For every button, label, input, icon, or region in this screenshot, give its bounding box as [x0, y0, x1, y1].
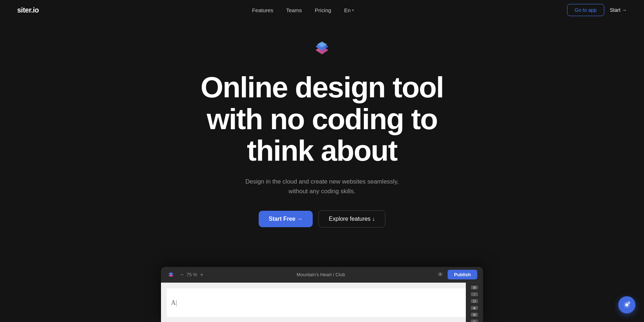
- hero-title: Online design tool with no coding to thi…: [200, 72, 443, 167]
- chat-support-button[interactable]: [618, 296, 635, 313]
- start-button[interactable]: Start →: [610, 7, 627, 13]
- hero-subtitle: Design in the cloud and create new websi…: [245, 177, 399, 196]
- nav-teams[interactable]: Teams: [286, 7, 302, 13]
- text-cursor-indicator: A|: [171, 299, 177, 307]
- editor-canvas: A| ⊞ ↕ ⊡ ◈ ⊞ ≡: [161, 283, 483, 322]
- language-selector[interactable]: En ▾: [344, 7, 354, 13]
- hero-logo-icon: [309, 36, 335, 62]
- nav-features[interactable]: Features: [252, 7, 273, 13]
- editor-canvas-inner: A|: [167, 288, 477, 317]
- preview-icon[interactable]: 👁: [438, 272, 443, 278]
- explore-features-button[interactable]: Explore features ↓: [318, 210, 385, 228]
- editor-right-controls: 👁 Publish: [438, 270, 477, 279]
- lang-label: En: [344, 7, 351, 13]
- panel-icon-3[interactable]: ⊡: [471, 299, 478, 303]
- editor-preview: − 75 % + Mountain's Heart / Club 👁 Publi…: [161, 267, 483, 322]
- zoom-value: 75 %: [186, 272, 197, 277]
- zoom-in-button[interactable]: +: [199, 272, 204, 278]
- hero-cta-buttons: Start Free → Explore features ↓: [259, 210, 385, 228]
- nav-pricing[interactable]: Pricing: [315, 7, 331, 13]
- svg-point-1: [625, 303, 628, 306]
- svg-point-2: [628, 302, 630, 304]
- hero-section: Online design tool with no coding to thi…: [0, 0, 644, 242]
- logo[interactable]: siter.io: [17, 6, 39, 14]
- chevron-down-icon: ▾: [352, 8, 354, 12]
- editor-logo-icon: [167, 270, 175, 279]
- editor-right-panel: ⊞ ↕ ⊡ ◈ ⊞ ≡: [466, 283, 483, 322]
- publish-button[interactable]: Publish: [448, 270, 477, 279]
- zoom-out-button[interactable]: −: [180, 272, 184, 278]
- nav-center: Features Teams Pricing En ▾: [252, 7, 354, 13]
- panel-icon-6[interactable]: ≡: [471, 319, 478, 322]
- editor-toolbar: − 75 % + Mountain's Heart / Club 👁 Publi…: [161, 267, 483, 283]
- zoom-controls: − 75 % +: [180, 272, 204, 278]
- panel-icon-1[interactable]: ⊞: [471, 286, 478, 289]
- panel-icon-5[interactable]: ⊞: [471, 313, 478, 317]
- go-to-app-button[interactable]: Go to app: [567, 4, 604, 16]
- nav-right: Go to app Start →: [567, 4, 627, 16]
- panel-icon-2[interactable]: ↕: [471, 292, 478, 296]
- navbar: siter.io Features Teams Pricing En ▾ Go …: [0, 0, 644, 20]
- panel-icon-4[interactable]: ◈: [471, 306, 478, 310]
- editor-breadcrumb: Mountain's Heart / Club: [208, 272, 433, 277]
- start-free-button[interactable]: Start Free →: [259, 211, 313, 227]
